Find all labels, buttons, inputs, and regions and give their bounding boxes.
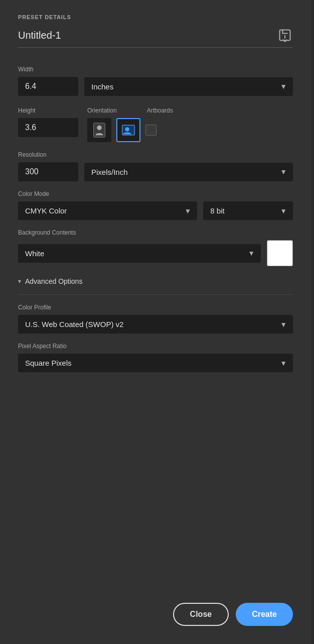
color-mode-wrapper: RGB Color CMYK Color Lab Color Grayscale…: [18, 201, 197, 220]
svg-point-4: [125, 127, 129, 131]
resolution-row: Pixels/Inch Pixels/Centimeter ▼: [18, 162, 293, 181]
landscape-button[interactable]: [116, 118, 140, 142]
resolution-unit-select[interactable]: Pixels/Inch Pixels/Centimeter: [84, 163, 293, 181]
svg-rect-0: [280, 30, 290, 41]
color-profile-row: U.S. Web Coated (SWOP) v2 sRGB IEC61966-…: [18, 315, 293, 334]
width-input[interactable]: [18, 77, 78, 96]
color-mode-label: Color Mode: [18, 190, 293, 197]
orient-label-group: Orientation Artboards: [87, 98, 293, 118]
orientation-artboards-col: Orientation Artboards: [87, 98, 293, 142]
color-profile-select[interactable]: U.S. Web Coated (SWOP) v2 sRGB IEC61966-…: [18, 315, 293, 334]
artboards-label: Artboards: [147, 107, 173, 114]
color-mode-row: RGB Color CMYK Color Lab Color Grayscale…: [18, 201, 293, 220]
footer: Close Create: [18, 583, 293, 626]
bit-depth-wrapper: 8 bit 16 bit 32 bit ▼: [203, 201, 293, 220]
color-mode-select[interactable]: RGB Color CMYK Color Lab Color Grayscale…: [18, 201, 197, 220]
pixel-aspect-wrapper: Square Pixels D1/DV NTSC (0.91) D1/DV PA…: [18, 354, 293, 372]
width-unit-wrapper: Inches Centimeters Millimeters Points Pi…: [84, 77, 293, 96]
create-button[interactable]: Create: [236, 603, 293, 626]
background-row: White Black Background Color Transparent…: [18, 240, 293, 266]
width-row: Inches Centimeters Millimeters Points Pi…: [18, 77, 293, 96]
pixel-aspect-label: Pixel Aspect Ratio: [18, 343, 293, 350]
resolution-label: Resolution: [18, 151, 293, 158]
advanced-options-label: Advanced Options: [25, 277, 82, 285]
height-input[interactable]: [18, 118, 78, 137]
divider: [18, 294, 293, 295]
portrait-button[interactable]: [87, 118, 111, 142]
width-label: Width: [18, 66, 293, 73]
artboards-checkbox[interactable]: [145, 125, 156, 136]
resolution-unit-wrapper: Pixels/Inch Pixels/Centimeter ▼: [84, 163, 293, 181]
bit-depth-select[interactable]: 8 bit 16 bit 32 bit: [203, 201, 293, 220]
color-profile-wrapper: U.S. Web Coated (SWOP) v2 sRGB IEC61966-…: [18, 315, 293, 334]
preset-name-input[interactable]: [18, 30, 277, 41]
background-select[interactable]: White Black Background Color Transparent…: [18, 244, 261, 263]
section-label: PRESET DETAILS: [18, 14, 293, 20]
pixel-aspect-select[interactable]: Square Pixels D1/DV NTSC (0.91) D1/DV PA…: [18, 354, 293, 372]
close-button[interactable]: Close: [173, 603, 229, 626]
advanced-options-chevron-icon: ▾: [18, 278, 21, 285]
resolution-input[interactable]: [18, 162, 78, 181]
preset-details-panel: PRESET DETAILS Width Inches Centimeters …: [0, 0, 311, 644]
save-icon[interactable]: [277, 27, 293, 43]
height-label: Height: [18, 107, 78, 114]
height-orientation-row: Height Orientation Artboards: [18, 98, 293, 142]
color-profile-label: Color Profile: [18, 304, 293, 311]
orientation-artboards-controls: [87, 118, 293, 142]
pixel-aspect-row: Square Pixels D1/DV NTSC (0.91) D1/DV PA…: [18, 354, 293, 372]
color-swatch[interactable]: [267, 240, 293, 266]
width-unit-select[interactable]: Inches Centimeters Millimeters Points Pi…: [84, 77, 293, 96]
background-label: Background Contents: [18, 229, 293, 236]
orientation-label: Orientation: [87, 107, 117, 114]
background-select-wrapper: White Black Background Color Transparent…: [18, 244, 261, 263]
advanced-options-toggle[interactable]: ▾ Advanced Options: [18, 277, 293, 285]
preset-name-row: [18, 27, 293, 48]
svg-point-2: [97, 126, 101, 130]
height-col: Height: [18, 98, 78, 137]
